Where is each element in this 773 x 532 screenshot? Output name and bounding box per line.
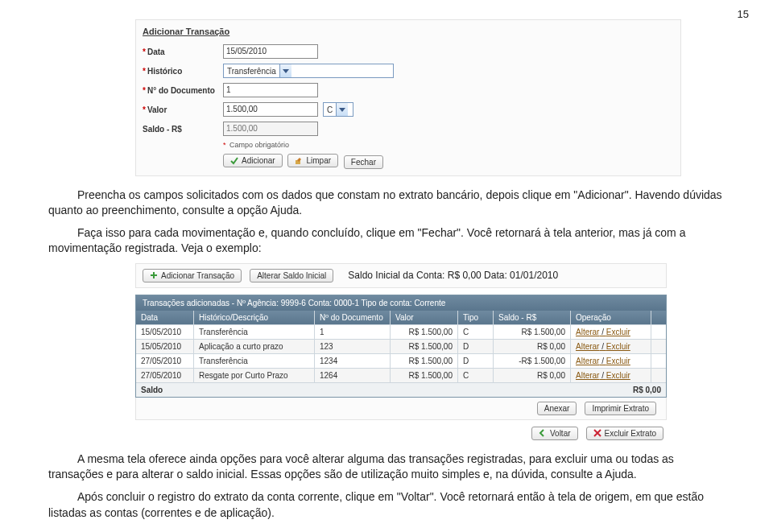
excluir-link[interactable]: Excluir	[599, 328, 630, 336]
paragraph-3: A mesma tela oferece ainda opções para v…	[48, 452, 725, 483]
tipo-select[interactable]: C	[323, 102, 353, 117]
saldo-readonly: 1.500,00	[223, 122, 318, 136]
excluir-extrato-button[interactable]: Excluir Extrato	[586, 427, 663, 440]
valor-input[interactable]: 1.500,00	[223, 102, 318, 117]
table-row: 15/05/2010Transferência1R$ 1.500,00CR$ 1…	[136, 324, 666, 339]
paragraph-4: Após concluir o registro do extrato da c…	[48, 489, 725, 521]
paragraph-2: Faça isso para cada movimentação e, quan…	[48, 225, 725, 257]
fechar-button[interactable]: Fechar	[344, 155, 383, 169]
table-header: Data Histórico/Descrição Nº do Documento…	[136, 311, 666, 324]
paragraph-1: Preencha os campos solicitados com os da…	[48, 188, 725, 219]
excluir-link[interactable]: Excluir	[599, 357, 630, 365]
adicionar-button[interactable]: Adicionar	[223, 154, 283, 167]
form-title: Adicionar Transação	[143, 27, 674, 36]
saldo-inicial-title: Saldo Inicial da Conta: R$ 0,00 Data: 01…	[348, 270, 558, 281]
alterar-link[interactable]: Alterar	[576, 328, 599, 336]
page-number: 15	[738, 8, 749, 20]
anexar-button[interactable]: Anexar	[537, 402, 577, 415]
limpar-button[interactable]: Limpar	[287, 154, 338, 167]
saldo-footer-value: R$ 0,00	[585, 383, 666, 397]
label-data: *Data	[143, 47, 223, 56]
label-numdoc: *N° do Documento	[143, 86, 223, 95]
historico-select[interactable]: Transferência	[223, 64, 394, 78]
chevron-down-icon	[336, 103, 348, 116]
screenshot-transaction-list: Adicionar Transação Alterar Saldo Inicia…	[135, 263, 667, 440]
table-row: 27/05/2010Resgate por Curto Prazo1264R$ …	[136, 368, 666, 382]
adicionar-transacao-button[interactable]: Adicionar Transação	[143, 269, 242, 282]
required-note: * Campo obrigatório	[223, 141, 674, 149]
saldo-footer-label: Saldo	[136, 383, 585, 397]
imprimir-extrato-button[interactable]: Imprimir Extrato	[585, 402, 656, 415]
numdoc-input[interactable]: 1	[223, 83, 318, 97]
alterar-link[interactable]: Alterar	[576, 342, 599, 351]
chevron-down-icon	[279, 64, 291, 77]
voltar-button[interactable]: Voltar	[531, 427, 578, 440]
table-row: 27/05/2010Transferência1234R$ 1.500,00D-…	[136, 353, 666, 368]
alterar-link[interactable]: Alterar	[576, 357, 599, 365]
label-historico: *Histórico	[143, 67, 223, 76]
label-saldo: Saldo - R$	[143, 125, 223, 134]
alterar-saldo-button[interactable]: Alterar Saldo Inicial	[250, 269, 333, 282]
data-input[interactable]: 15/05/2010	[223, 44, 318, 59]
table-caption: Transações adicionadas - Nº Agência: 999…	[136, 295, 666, 311]
screenshot-add-transaction: Adicionar Transação *Data 15/05/2010 *Hi…	[135, 19, 681, 176]
table-row: 15/05/2010Aplicação a curto prazo123R$ 1…	[136, 339, 666, 353]
excluir-link[interactable]: Excluir	[599, 342, 630, 351]
excluir-link[interactable]: Excluir	[599, 371, 630, 380]
alterar-link[interactable]: Alterar	[576, 371, 599, 380]
transactions-table: Transações adicionadas - Nº Agência: 999…	[135, 295, 667, 398]
label-valor: *Valor	[143, 105, 223, 114]
